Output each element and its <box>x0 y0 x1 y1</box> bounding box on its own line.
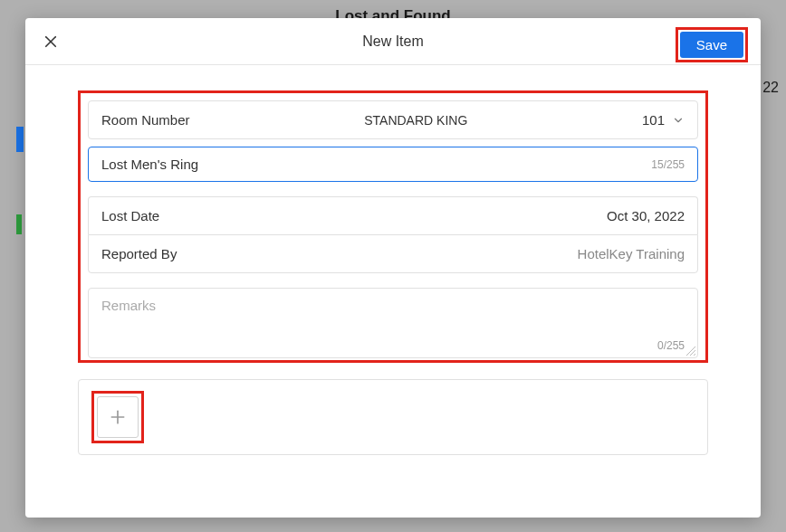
attachment-section <box>78 379 708 455</box>
lost-date-value: Oct 30, 2022 <box>607 208 685 223</box>
backdrop-fragment: 22 <box>762 80 779 96</box>
chevron-down-icon <box>672 114 685 127</box>
room-number-label: Room Number <box>101 112 190 128</box>
save-button-highlight: Save <box>676 27 748 62</box>
svg-line-4 <box>694 354 695 356</box>
save-button[interactable]: Save <box>680 32 743 58</box>
close-icon <box>43 33 59 50</box>
add-attachment-button[interactable] <box>97 396 139 438</box>
room-type-value: STANDARD KING <box>190 113 642 128</box>
lost-date-label: Lost Date <box>101 208 159 223</box>
lost-date-row[interactable]: Lost Date Oct 30, 2022 <box>88 196 698 234</box>
reported-by-label: Reported By <box>101 246 177 261</box>
room-number-value: 101 <box>642 112 685 128</box>
remarks-placeholder: Remarks <box>101 298 685 313</box>
modal-body: Room Number STANDARD KING 101 15/255 Los… <box>25 65 761 518</box>
form-highlight: Room Number STANDARD KING 101 15/255 Los… <box>78 90 708 363</box>
item-description-input[interactable] <box>101 157 651 172</box>
backdrop-accent-2 <box>16 214 22 234</box>
description-char-count: 15/255 <box>651 158 685 171</box>
remarks-char-count: 0/255 <box>101 339 685 352</box>
room-number-row[interactable]: Room Number STANDARD KING 101 <box>88 100 698 139</box>
reported-by-value: HotelKey Training <box>578 246 685 261</box>
modal-title: New Item <box>362 33 424 50</box>
backdrop-accent <box>16 127 24 152</box>
plus-icon <box>109 408 127 426</box>
item-description-row[interactable]: 15/255 <box>88 147 698 182</box>
remarks-row[interactable]: Remarks 0/255 <box>88 288 698 358</box>
resize-handle-icon[interactable] <box>685 345 695 356</box>
reported-by-row[interactable]: Reported By HotelKey Training <box>88 234 698 273</box>
new-item-modal: New Item Save Room Number STANDARD KING … <box>25 18 761 518</box>
add-button-highlight <box>91 391 144 443</box>
date-reporter-group: Lost Date Oct 30, 2022 Reported By Hotel… <box>88 196 698 273</box>
close-button[interactable] <box>40 31 62 52</box>
room-number-text: 101 <box>642 112 665 128</box>
modal-header: New Item Save <box>25 18 761 65</box>
